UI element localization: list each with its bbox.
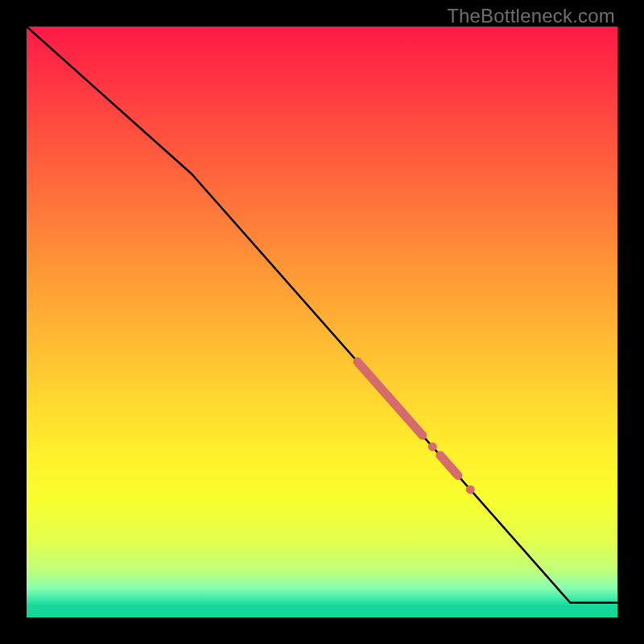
main-curve xyxy=(27,27,617,603)
chart-frame: TheBottleneck.com xyxy=(0,0,644,644)
highlight-dot xyxy=(466,485,475,494)
highlight-segment xyxy=(440,456,458,476)
highlight-dot xyxy=(428,442,437,451)
plot-area xyxy=(27,27,617,617)
highlight-group xyxy=(357,361,475,493)
watermark-text: TheBottleneck.com xyxy=(447,5,615,27)
chart-svg xyxy=(27,27,617,617)
highlight-segment xyxy=(357,361,423,435)
